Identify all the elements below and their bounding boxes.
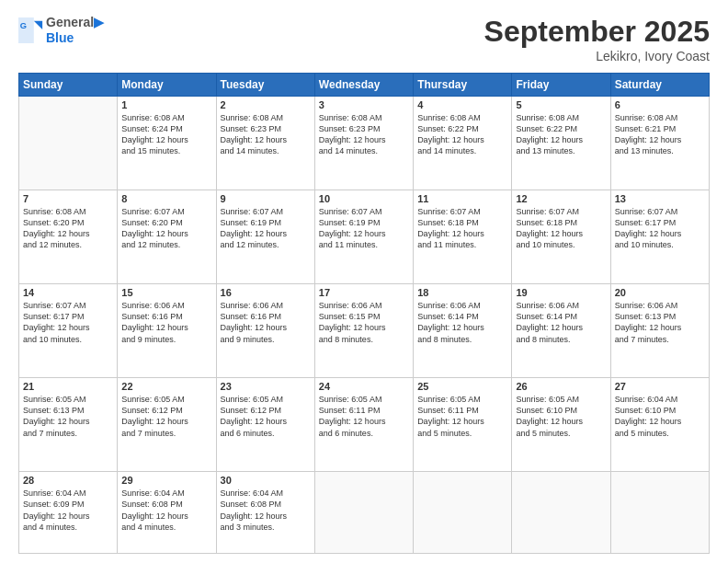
calendar-cell: 29Sunrise: 6:04 AM Sunset: 6:08 PM Dayli…	[118, 472, 216, 554]
cell-date: 13	[615, 193, 705, 204]
cell-info: Sunrise: 6:08 AM Sunset: 6:23 PM Dayligh…	[221, 112, 311, 157]
month-title: September 2025	[484, 15, 710, 49]
calendar-cell: 19Sunrise: 6:06 AM Sunset: 6:14 PM Dayli…	[512, 284, 610, 378]
calendar-cell: 1Sunrise: 6:08 AM Sunset: 6:24 PM Daylig…	[118, 97, 216, 190]
cell-info: Sunrise: 6:06 AM Sunset: 6:15 PM Dayligh…	[319, 300, 409, 345]
cell-date: 14	[23, 287, 113, 298]
cell-info: Sunrise: 6:06 AM Sunset: 6:14 PM Dayligh…	[516, 300, 606, 345]
calendar-cell: 9Sunrise: 6:07 AM Sunset: 6:19 PM Daylig…	[216, 190, 314, 284]
calendar-cell: 28Sunrise: 6:04 AM Sunset: 6:09 PM Dayli…	[19, 472, 118, 554]
calendar: SundayMondayTuesdayWednesdayThursdayFrid…	[18, 73, 710, 554]
cell-date: 20	[615, 287, 705, 298]
calendar-cell: 18Sunrise: 6:06 AM Sunset: 6:14 PM Dayli…	[414, 284, 512, 378]
cell-info: Sunrise: 6:07 AM Sunset: 6:17 PM Dayligh…	[23, 300, 113, 345]
calendar-header-row: SundayMondayTuesdayWednesdayThursdayFrid…	[19, 74, 710, 97]
cell-date: 27	[615, 381, 705, 392]
cell-info: Sunrise: 6:04 AM Sunset: 6:08 PM Dayligh…	[221, 488, 311, 533]
calendar-cell: 20Sunrise: 6:06 AM Sunset: 6:13 PM Dayli…	[610, 284, 709, 378]
cell-info: Sunrise: 6:08 AM Sunset: 6:20 PM Dayligh…	[23, 206, 113, 251]
week-row-4: 21Sunrise: 6:05 AM Sunset: 6:13 PM Dayli…	[19, 378, 710, 472]
calendar-cell	[314, 472, 413, 554]
cell-date: 12	[516, 193, 606, 204]
cell-info: Sunrise: 6:08 AM Sunset: 6:22 PM Dayligh…	[516, 112, 606, 157]
calendar-cell: 11Sunrise: 6:07 AM Sunset: 6:18 PM Dayli…	[414, 190, 512, 284]
calendar-cell	[414, 472, 512, 554]
logo-icon: G	[18, 17, 44, 43]
cell-date: 29	[121, 475, 211, 486]
calendar-cell: 5Sunrise: 6:08 AM Sunset: 6:22 PM Daylig…	[512, 97, 610, 190]
day-header-friday: Friday	[512, 74, 610, 97]
cell-info: Sunrise: 6:05 AM Sunset: 6:12 PM Dayligh…	[121, 394, 211, 439]
cell-date: 6	[615, 99, 705, 110]
cell-info: Sunrise: 6:07 AM Sunset: 6:17 PM Dayligh…	[615, 206, 705, 251]
cell-info: Sunrise: 6:06 AM Sunset: 6:16 PM Dayligh…	[221, 300, 311, 345]
cell-info: Sunrise: 6:05 AM Sunset: 6:13 PM Dayligh…	[23, 394, 113, 439]
week-row-5: 28Sunrise: 6:04 AM Sunset: 6:09 PM Dayli…	[19, 472, 710, 554]
cell-date: 21	[23, 381, 113, 392]
calendar-cell	[512, 472, 610, 554]
calendar-cell: 6Sunrise: 6:08 AM Sunset: 6:21 PM Daylig…	[610, 97, 709, 190]
cell-info: Sunrise: 6:06 AM Sunset: 6:14 PM Dayligh…	[417, 300, 507, 345]
cell-date: 26	[516, 381, 606, 392]
header: G General▶ Blue September 2025 Lekikro, …	[18, 15, 710, 63]
cell-date: 2	[221, 99, 311, 110]
calendar-cell: 7Sunrise: 6:08 AM Sunset: 6:20 PM Daylig…	[19, 190, 118, 284]
week-row-2: 7Sunrise: 6:08 AM Sunset: 6:20 PM Daylig…	[19, 190, 710, 284]
calendar-cell: 14Sunrise: 6:07 AM Sunset: 6:17 PM Dayli…	[19, 284, 118, 378]
cell-date: 19	[516, 287, 606, 298]
cell-date: 28	[23, 475, 113, 486]
logo-text: General▶ Blue	[46, 15, 104, 46]
cell-info: Sunrise: 6:08 AM Sunset: 6:21 PM Dayligh…	[615, 112, 705, 157]
calendar-cell	[19, 97, 118, 190]
cell-info: Sunrise: 6:04 AM Sunset: 6:10 PM Dayligh…	[615, 394, 705, 439]
calendar-cell: 13Sunrise: 6:07 AM Sunset: 6:17 PM Dayli…	[610, 190, 709, 284]
calendar-cell: 27Sunrise: 6:04 AM Sunset: 6:10 PM Dayli…	[610, 378, 709, 472]
svg-text:G: G	[20, 21, 27, 30]
calendar-cell: 25Sunrise: 6:05 AM Sunset: 6:11 PM Dayli…	[414, 378, 512, 472]
cell-date: 3	[319, 99, 409, 110]
cell-info: Sunrise: 6:07 AM Sunset: 6:20 PM Dayligh…	[121, 206, 211, 251]
calendar-cell: 22Sunrise: 6:05 AM Sunset: 6:12 PM Dayli…	[118, 378, 216, 472]
cell-date: 11	[417, 193, 507, 204]
cell-info: Sunrise: 6:04 AM Sunset: 6:09 PM Dayligh…	[23, 488, 113, 533]
week-row-1: 1Sunrise: 6:08 AM Sunset: 6:24 PM Daylig…	[19, 97, 710, 190]
week-row-3: 14Sunrise: 6:07 AM Sunset: 6:17 PM Dayli…	[19, 284, 710, 378]
page: G General▶ Blue September 2025 Lekikro, …	[0, 0, 728, 563]
cell-info: Sunrise: 6:05 AM Sunset: 6:11 PM Dayligh…	[319, 394, 409, 439]
cell-date: 8	[121, 193, 211, 204]
cell-date: 25	[417, 381, 507, 392]
cell-info: Sunrise: 6:07 AM Sunset: 6:19 PM Dayligh…	[221, 206, 311, 251]
cell-info: Sunrise: 6:05 AM Sunset: 6:12 PM Dayligh…	[221, 394, 311, 439]
cell-date: 5	[516, 99, 606, 110]
title-block: September 2025 Lekikro, Ivory Coast	[484, 15, 710, 63]
cell-date: 1	[121, 99, 211, 110]
day-header-wednesday: Wednesday	[314, 74, 413, 97]
calendar-cell: 15Sunrise: 6:06 AM Sunset: 6:16 PM Dayli…	[118, 284, 216, 378]
day-header-monday: Monday	[118, 74, 216, 97]
cell-date: 4	[417, 99, 507, 110]
calendar-cell: 4Sunrise: 6:08 AM Sunset: 6:22 PM Daylig…	[414, 97, 512, 190]
cell-info: Sunrise: 6:07 AM Sunset: 6:19 PM Dayligh…	[319, 206, 409, 251]
day-header-thursday: Thursday	[414, 74, 512, 97]
cell-date: 30	[221, 475, 311, 486]
day-header-sunday: Sunday	[19, 74, 118, 97]
cell-info: Sunrise: 6:08 AM Sunset: 6:24 PM Dayligh…	[121, 112, 211, 157]
calendar-cell: 17Sunrise: 6:06 AM Sunset: 6:15 PM Dayli…	[314, 284, 413, 378]
cell-info: Sunrise: 6:07 AM Sunset: 6:18 PM Dayligh…	[417, 206, 507, 251]
cell-date: 7	[23, 193, 113, 204]
cell-info: Sunrise: 6:06 AM Sunset: 6:13 PM Dayligh…	[615, 300, 705, 345]
calendar-cell: 26Sunrise: 6:05 AM Sunset: 6:10 PM Dayli…	[512, 378, 610, 472]
location: Lekikro, Ivory Coast	[484, 49, 710, 63]
calendar-cell: 8Sunrise: 6:07 AM Sunset: 6:20 PM Daylig…	[118, 190, 216, 284]
calendar-cell: 2Sunrise: 6:08 AM Sunset: 6:23 PM Daylig…	[216, 97, 314, 190]
cell-info: Sunrise: 6:06 AM Sunset: 6:16 PM Dayligh…	[121, 300, 211, 345]
calendar-cell: 23Sunrise: 6:05 AM Sunset: 6:12 PM Dayli…	[216, 378, 314, 472]
cell-date: 24	[319, 381, 409, 392]
cell-info: Sunrise: 6:04 AM Sunset: 6:08 PM Dayligh…	[121, 488, 211, 533]
cell-info: Sunrise: 6:05 AM Sunset: 6:11 PM Dayligh…	[417, 394, 507, 439]
cell-date: 16	[221, 287, 311, 298]
calendar-cell: 30Sunrise: 6:04 AM Sunset: 6:08 PM Dayli…	[216, 472, 314, 554]
calendar-cell: 24Sunrise: 6:05 AM Sunset: 6:11 PM Dayli…	[314, 378, 413, 472]
day-header-saturday: Saturday	[610, 74, 709, 97]
calendar-cell: 21Sunrise: 6:05 AM Sunset: 6:13 PM Dayli…	[19, 378, 118, 472]
